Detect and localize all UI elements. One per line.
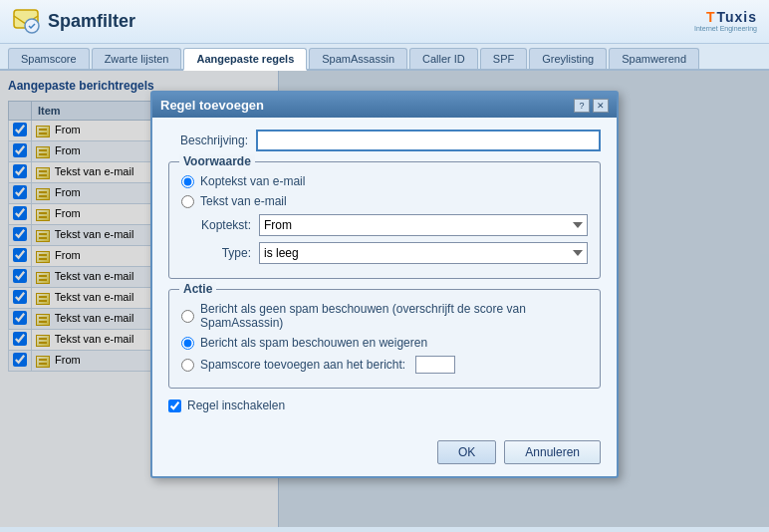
description-label: Beschrijving: xyxy=(168,133,248,147)
actie-radio-geen-spam-row: Bericht als geen spam beschouwen (oversc… xyxy=(181,302,588,330)
tab-aangepaste-regels[interactable]: Aangepaste regels xyxy=(183,48,307,71)
koptekst-select[interactable]: From To Subject Cc Reply-To xyxy=(259,214,588,236)
regel-inschakelen-checkbox[interactable] xyxy=(168,399,181,412)
dialog-footer: OK Annuleren xyxy=(152,432,617,476)
dialog-body: Beschrijving: Voorwaarde Koptekst van e-… xyxy=(152,118,617,432)
actie-group: Actie Bericht als geen spam beschouwen (… xyxy=(168,289,601,389)
tab-zwarte-lijsten[interactable]: Zwarte lijsten xyxy=(92,48,182,69)
radio-geen-spam-label: Bericht als geen spam beschouwen (oversc… xyxy=(200,302,588,330)
koptekst-label: Koptekst: xyxy=(181,218,251,232)
logo-tagline: Internet Engineering xyxy=(694,25,757,33)
type-row: Type: is leeg bevat begint met eindigt m… xyxy=(181,242,588,264)
tab-greylisting[interactable]: Greylisting xyxy=(529,48,607,69)
radio-spamscore[interactable] xyxy=(181,359,194,372)
tab-spamwerend[interactable]: Spamwerend xyxy=(609,48,699,69)
dialog-close-button[interactable]: ✕ xyxy=(593,99,609,113)
company-logo: T Tuxis Internet Engineering xyxy=(694,10,757,33)
logo-name: Tuxis xyxy=(716,10,757,25)
voorwaarde-group: Voorwaarde Koptekst van e-mail Tekst van… xyxy=(168,161,601,279)
score-input[interactable] xyxy=(415,356,455,374)
regel-inschakelen-row: Regel inschakelen xyxy=(168,399,601,412)
app-icon xyxy=(12,8,40,36)
radio-tekst-row: Tekst van e-mail xyxy=(181,194,588,208)
actie-radio-score-row: Spamscore toevoegen aan het bericht: xyxy=(181,356,588,374)
tab-spamassassin[interactable]: SpamAssassin xyxy=(309,48,407,69)
actie-radio-spam-row: Bericht als spam beschouwen en weigeren xyxy=(181,336,588,350)
dialog-header: Regel toevoegen ? ✕ xyxy=(152,93,617,118)
app-title: Spamfilter xyxy=(48,11,135,32)
description-input[interactable] xyxy=(256,130,601,151)
actie-content: Bericht als geen spam beschouwen (oversc… xyxy=(181,302,588,374)
radio-koptekst-row: Koptekst van e-mail xyxy=(181,174,588,188)
radio-koptekst[interactable] xyxy=(181,175,194,188)
actie-legend: Actie xyxy=(179,282,216,296)
dialog-title: Regel toevoegen xyxy=(160,98,264,113)
type-select[interactable]: is leeg bevat begint met eindigt met is … xyxy=(259,242,588,264)
ok-button[interactable]: OK xyxy=(437,440,496,464)
app-header: Spamfilter T Tuxis Internet Engineering xyxy=(0,0,769,44)
radio-tekst-label: Tekst van e-mail xyxy=(200,194,287,208)
logo-t: T xyxy=(706,10,715,25)
radio-koptekst-label: Koptekst van e-mail xyxy=(200,174,305,188)
voorwaarde-content: Koptekst van e-mail Tekst van e-mail Kop… xyxy=(181,174,588,264)
tab-bar: Spamscore Zwarte lijsten Aangepaste rege… xyxy=(0,44,769,71)
main-content: Aangepaste berichtregels Item Type From … xyxy=(0,71,769,527)
regel-toevoegen-dialog: Regel toevoegen ? ✕ Beschrijving: Voorwa… xyxy=(150,91,619,478)
cancel-button[interactable]: Annuleren xyxy=(504,440,601,464)
radio-spamscore-label: Spamscore toevoegen aan het bericht: xyxy=(200,358,405,372)
dialog-help-button[interactable]: ? xyxy=(574,99,590,113)
dialog-overlay: Regel toevoegen ? ✕ Beschrijving: Voorwa… xyxy=(0,71,769,527)
dialog-header-buttons: ? ✕ xyxy=(574,99,609,113)
regel-inschakelen-label: Regel inschakelen xyxy=(187,399,285,412)
tab-spamscore[interactable]: Spamscore xyxy=(8,48,90,69)
voorwaarde-legend: Voorwaarde xyxy=(179,154,255,168)
type-label: Type: xyxy=(181,246,251,260)
radio-tekst[interactable] xyxy=(181,195,194,208)
header-left: Spamfilter xyxy=(12,8,135,36)
radio-geen-spam[interactable] xyxy=(181,310,194,323)
koptekst-row: Koptekst: From To Subject Cc Reply-To xyxy=(181,214,588,236)
description-row: Beschrijving: xyxy=(168,130,601,151)
tab-spf[interactable]: SPF xyxy=(480,48,527,69)
radio-spam-weigeren[interactable] xyxy=(181,337,194,350)
tab-caller-id[interactable]: Caller ID xyxy=(409,48,478,69)
radio-spam-weigeren-label: Bericht als spam beschouwen en weigeren xyxy=(200,336,427,350)
